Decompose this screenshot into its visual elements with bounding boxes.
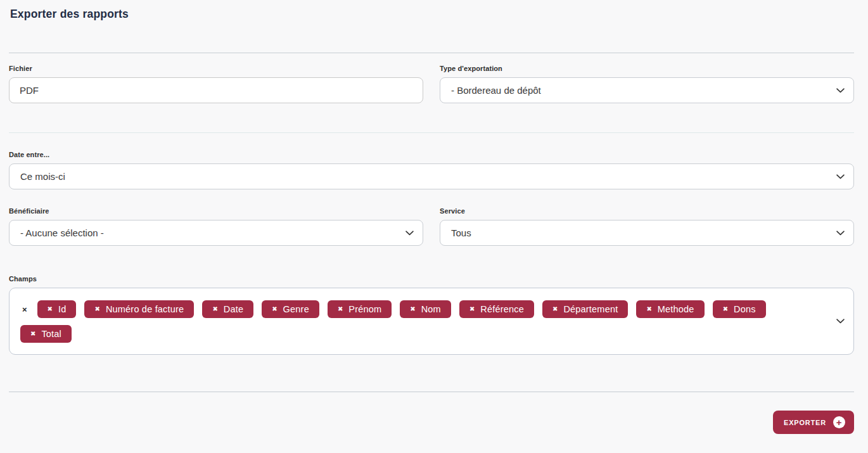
date-entre-select[interactable]: Ce mois-ci: [9, 163, 854, 189]
plus-circle-icon: +: [833, 416, 845, 428]
actions-bar: EXPORTER +: [9, 411, 854, 434]
clear-selection-icon[interactable]: ×: [20, 301, 29, 318]
champs-tag[interactable]: ✖ Nom: [400, 300, 451, 318]
beneficiaire-service-row: Bénéficiaire - Aucune sélection - Servic…: [9, 207, 854, 246]
champs-label: Champs: [9, 275, 854, 283]
champs-tag[interactable]: ✖ Date: [202, 300, 253, 318]
champs-tag[interactable]: ✖ Genre: [262, 300, 319, 318]
date-entre-value: Ce mois-ci: [10, 171, 65, 182]
tag-remove-icon[interactable]: ✖: [212, 306, 217, 312]
field-type-exportation: Type d'exportation - Bordereau de dépôt: [440, 65, 854, 103]
tag-remove-icon[interactable]: ✖: [30, 331, 35, 337]
beneficiaire-select[interactable]: - Aucune sélection -: [9, 220, 423, 246]
tag-remove-icon[interactable]: ✖: [723, 306, 728, 312]
champs-multiselect[interactable]: × ✖ Id ✖ Numéro de facture ✖ Date ✖ Genr…: [9, 288, 854, 355]
tag-label: Total: [41, 329, 61, 339]
divider: [9, 53, 854, 53]
tag-label: Numéro de facture: [106, 305, 184, 314]
tag-remove-icon[interactable]: ✖: [469, 306, 475, 312]
chevron-down-icon: [405, 231, 414, 236]
tag-label: Dons: [734, 305, 756, 314]
exporter-button[interactable]: EXPORTER +: [773, 411, 854, 434]
service-label: Service: [440, 207, 854, 215]
tag-label: Référence: [480, 305, 524, 314]
beneficiaire-value: - Aucune sélection -: [10, 227, 104, 238]
tag-remove-icon[interactable]: ✖: [552, 306, 558, 312]
chevron-down-icon: [836, 231, 845, 236]
chevron-down-icon: [836, 319, 845, 324]
file-type-row: Fichier Type d'exportation - Bordereau d…: [9, 65, 854, 103]
date-entre-label: Date entre...: [9, 151, 854, 158]
date-row: Date entre... Ce mois-ci: [9, 151, 854, 189]
champs-tag[interactable]: ✖ Dons: [713, 300, 766, 318]
tag-label: Date: [224, 305, 243, 314]
champs-tag[interactable]: ✖ Id: [37, 300, 77, 318]
exporter-button-label: EXPORTER: [784, 419, 826, 426]
plus-glyph: +: [836, 418, 843, 427]
field-beneficiaire: Bénéficiaire - Aucune sélection -: [9, 207, 423, 246]
chevron-down-icon: [836, 174, 845, 179]
champs-tag[interactable]: ✖ Numéro de facture: [84, 300, 194, 318]
page-title: Exporter des rapports: [9, 8, 854, 21]
tag-remove-icon[interactable]: ✖: [410, 306, 415, 312]
champs-tag[interactable]: ✖ Total: [20, 325, 72, 343]
tag-label: Genre: [283, 305, 309, 314]
service-select[interactable]: Tous: [440, 220, 854, 246]
divider: [9, 132, 854, 133]
champs-row: Champs × ✖ Id ✖ Numéro de facture ✖ Date…: [9, 275, 854, 355]
field-service: Service Tous: [440, 207, 854, 246]
tag-label: Département: [563, 305, 618, 314]
champs-tag[interactable]: ✖ Prénom: [328, 300, 392, 318]
tag-label: Nom: [421, 305, 441, 314]
tag-remove-icon[interactable]: ✖: [48, 306, 53, 312]
type-exportation-label: Type d'exportation: [440, 65, 854, 72]
tag-remove-icon[interactable]: ✖: [94, 306, 99, 312]
beneficiaire-label: Bénéficiaire: [9, 207, 423, 215]
field-champs: Champs × ✖ Id ✖ Numéro de facture ✖ Date…: [9, 275, 854, 355]
type-exportation-value: - Bordereau de dépôt: [440, 85, 541, 96]
tag-remove-icon[interactable]: ✖: [272, 306, 277, 312]
champs-tag[interactable]: ✖ Methode: [636, 300, 704, 318]
chevron-down-icon: [836, 88, 845, 93]
fichier-input[interactable]: [9, 77, 423, 103]
field-fichier: Fichier: [9, 65, 423, 103]
tag-remove-icon[interactable]: ✖: [646, 306, 651, 312]
tag-label: Methode: [658, 305, 694, 314]
champs-tag[interactable]: ✖ Département: [542, 300, 628, 318]
divider: [9, 392, 854, 392]
service-value: Tous: [440, 227, 471, 238]
type-exportation-select[interactable]: - Bordereau de dépôt: [440, 77, 854, 103]
tag-label: Prénom: [348, 305, 381, 314]
fichier-label: Fichier: [9, 65, 423, 72]
tag-label: Id: [58, 305, 67, 314]
tag-remove-icon[interactable]: ✖: [338, 306, 343, 312]
export-reports-panel: Exporter des rapports Fichier Type d'exp…: [0, 0, 868, 453]
field-date-entre: Date entre... Ce mois-ci: [9, 151, 854, 189]
champs-tag[interactable]: ✖ Référence: [459, 300, 534, 318]
